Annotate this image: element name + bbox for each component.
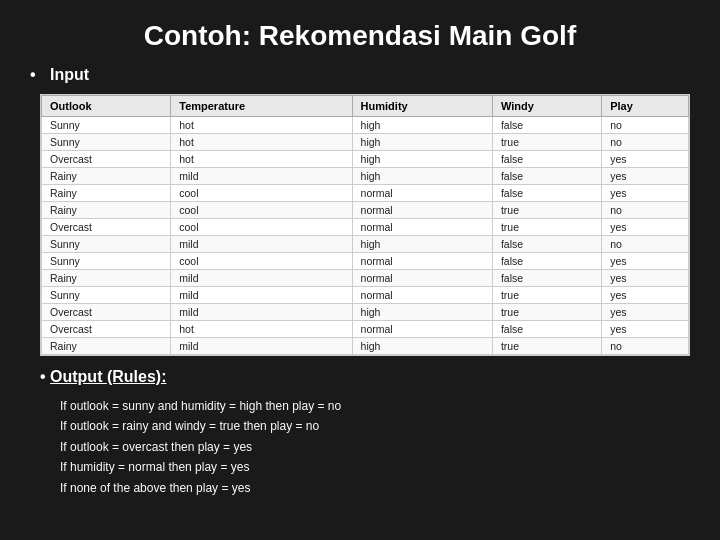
table-cell-9-3: false bbox=[492, 270, 601, 287]
table-cell-3-1: mild bbox=[171, 168, 352, 185]
table-cell-8-3: false bbox=[492, 253, 601, 270]
table-cell-7-3: false bbox=[492, 236, 601, 253]
table-cell-7-1: mild bbox=[171, 236, 352, 253]
table-cell-8-2: normal bbox=[352, 253, 492, 270]
table-row: Sunnyhothighfalseno bbox=[42, 117, 689, 134]
table-cell-5-0: Rainy bbox=[42, 202, 171, 219]
table-cell-0-0: Sunny bbox=[42, 117, 171, 134]
table-cell-3-4: yes bbox=[602, 168, 689, 185]
table-header-humidity: Humidity bbox=[352, 96, 492, 117]
table-cell-1-1: hot bbox=[171, 134, 352, 151]
table-cell-8-4: yes bbox=[602, 253, 689, 270]
table-cell-4-1: cool bbox=[171, 185, 352, 202]
table-cell-0-1: hot bbox=[171, 117, 352, 134]
table-cell-7-0: Sunny bbox=[42, 236, 171, 253]
table-cell-1-0: Sunny bbox=[42, 134, 171, 151]
table-cell-10-4: yes bbox=[602, 287, 689, 304]
table-cell-9-0: Rainy bbox=[42, 270, 171, 287]
table-row: Overcastmildhightrueyes bbox=[42, 304, 689, 321]
table-row: Sunnycoolnormalfalseyes bbox=[42, 253, 689, 270]
table-cell-0-2: high bbox=[352, 117, 492, 134]
slide-title: Contoh: Rekomendasi Main Golf bbox=[30, 20, 690, 52]
table-body: SunnyhothighfalsenoSunnyhothightruenoOve… bbox=[42, 117, 689, 355]
table-cell-1-4: no bbox=[602, 134, 689, 151]
table-cell-12-1: hot bbox=[171, 321, 352, 338]
table-cell-6-4: yes bbox=[602, 219, 689, 236]
table-cell-2-3: false bbox=[492, 151, 601, 168]
slide: Contoh: Rekomendasi Main Golf • Input Ou… bbox=[0, 0, 720, 540]
table-cell-11-3: true bbox=[492, 304, 601, 321]
table-cell-0-3: false bbox=[492, 117, 601, 134]
table-header-play: Play bbox=[602, 96, 689, 117]
output-bullet: • bbox=[40, 368, 50, 386]
table-row: Overcasthothighfalseyes bbox=[42, 151, 689, 168]
table-cell-4-3: false bbox=[492, 185, 601, 202]
table-cell-10-3: true bbox=[492, 287, 601, 304]
table-row: Rainycoolnormalfalseyes bbox=[42, 185, 689, 202]
table-cell-6-0: Overcast bbox=[42, 219, 171, 236]
table-cell-3-0: Rainy bbox=[42, 168, 171, 185]
table-row: Overcasthotnormalfalseyes bbox=[42, 321, 689, 338]
table-cell-10-1: mild bbox=[171, 287, 352, 304]
input-bullet: • bbox=[30, 66, 40, 84]
rule-item-2: If outlook = overcast then play = yes bbox=[60, 437, 690, 457]
table-row: Rainymildnormalfalseyes bbox=[42, 270, 689, 287]
table-row: Rainymildhighfalseyes bbox=[42, 168, 689, 185]
table-cell-5-2: normal bbox=[352, 202, 492, 219]
table-cell-5-3: true bbox=[492, 202, 601, 219]
table-cell-1-3: true bbox=[492, 134, 601, 151]
table-cell-2-2: high bbox=[352, 151, 492, 168]
table-cell-4-4: yes bbox=[602, 185, 689, 202]
table-row: Rainycoolnormaltrueno bbox=[42, 202, 689, 219]
table-cell-5-4: no bbox=[602, 202, 689, 219]
table-cell-4-0: Rainy bbox=[42, 185, 171, 202]
rule-item-4: If none of the above then play = yes bbox=[60, 478, 690, 498]
table-cell-12-2: normal bbox=[352, 321, 492, 338]
table-cell-1-2: high bbox=[352, 134, 492, 151]
table-cell-8-1: cool bbox=[171, 253, 352, 270]
table-cell-10-2: normal bbox=[352, 287, 492, 304]
table-row: Sunnymildhighfalseno bbox=[42, 236, 689, 253]
output-section: • Output (Rules): If outlook = sunny and… bbox=[40, 368, 690, 498]
table-cell-11-0: Overcast bbox=[42, 304, 171, 321]
data-table: OutlookTemperatureHumidityWindyPlay Sunn… bbox=[41, 95, 689, 355]
table-cell-4-2: normal bbox=[352, 185, 492, 202]
table-row: Rainymildhightrueno bbox=[42, 338, 689, 355]
table-row: Sunnymildnormaltrueyes bbox=[42, 287, 689, 304]
data-table-container: OutlookTemperatureHumidityWindyPlay Sunn… bbox=[40, 94, 690, 356]
table-cell-7-2: high bbox=[352, 236, 492, 253]
table-cell-12-0: Overcast bbox=[42, 321, 171, 338]
table-cell-12-3: false bbox=[492, 321, 601, 338]
table-cell-11-1: mild bbox=[171, 304, 352, 321]
table-cell-0-4: no bbox=[602, 117, 689, 134]
table-cell-11-2: high bbox=[352, 304, 492, 321]
table-cell-13-1: mild bbox=[171, 338, 352, 355]
table-cell-13-0: Rainy bbox=[42, 338, 171, 355]
table-cell-11-4: yes bbox=[602, 304, 689, 321]
table-cell-12-4: yes bbox=[602, 321, 689, 338]
table-row: Overcastcoolnormaltrueyes bbox=[42, 219, 689, 236]
table-cell-2-1: hot bbox=[171, 151, 352, 168]
table-cell-13-4: no bbox=[602, 338, 689, 355]
table-cell-6-2: normal bbox=[352, 219, 492, 236]
table-header-temperature: Temperature bbox=[171, 96, 352, 117]
table-cell-6-1: cool bbox=[171, 219, 352, 236]
rule-item-0: If outlook = sunny and humidity = high t… bbox=[60, 396, 690, 416]
rules-container: If outlook = sunny and humidity = high t… bbox=[60, 396, 690, 498]
table-cell-13-3: true bbox=[492, 338, 601, 355]
rule-item-1: If outlook = rainy and windy = true then… bbox=[60, 416, 690, 436]
table-header-windy: Windy bbox=[492, 96, 601, 117]
output-title: Output (Rules): bbox=[50, 368, 166, 386]
table-cell-2-0: Overcast bbox=[42, 151, 171, 168]
table-cell-9-2: normal bbox=[352, 270, 492, 287]
input-label: Input bbox=[50, 66, 89, 84]
table-cell-8-0: Sunny bbox=[42, 253, 171, 270]
table-cell-3-2: high bbox=[352, 168, 492, 185]
table-cell-7-4: no bbox=[602, 236, 689, 253]
table-cell-13-2: high bbox=[352, 338, 492, 355]
table-cell-9-1: mild bbox=[171, 270, 352, 287]
table-cell-6-3: true bbox=[492, 219, 601, 236]
table-cell-3-3: false bbox=[492, 168, 601, 185]
table-cell-5-1: cool bbox=[171, 202, 352, 219]
rule-item-3: If humidity = normal then play = yes bbox=[60, 457, 690, 477]
